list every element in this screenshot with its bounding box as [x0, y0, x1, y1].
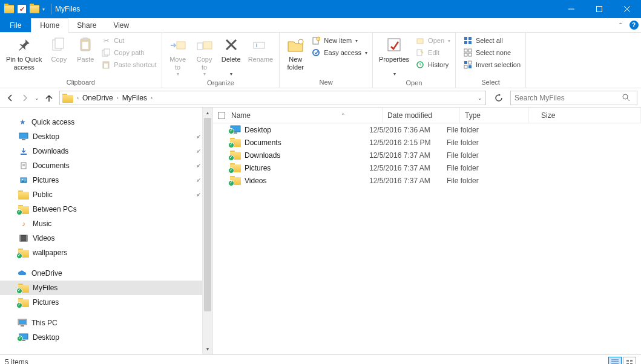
tree-scrollbar[interactable]: ▴ ▾: [202, 108, 212, 354]
easy-access-button[interactable]: Easy access▾: [309, 47, 370, 58]
qat-properties-icon[interactable]: ✔: [18, 5, 26, 13]
select-none-button[interactable]: Select none: [461, 47, 523, 58]
chevron-right-icon[interactable]: ›: [114, 95, 121, 101]
scissors-icon: ✂: [101, 36, 111, 45]
scroll-thumb[interactable]: [204, 118, 211, 311]
tree-public[interactable]: Public: [0, 187, 212, 202]
qat-folder-icon[interactable]: [4, 5, 14, 13]
file-type: File folder: [447, 126, 516, 134]
tree-od-pictures[interactable]: Pictures: [0, 295, 212, 310]
history-button[interactable]: History: [413, 59, 453, 70]
tree-pictures[interactable]: Pictures: [0, 173, 212, 187]
up-button[interactable]: [42, 91, 56, 105]
maximize-button[interactable]: [585, 0, 613, 18]
chevron-down-icon: ▾: [230, 71, 232, 77]
recent-locations-button[interactable]: ⌄: [33, 91, 41, 105]
tab-view[interactable]: View: [105, 18, 137, 32]
tree-this-pc[interactable]: This PC: [0, 316, 212, 330]
file-row[interactable]: Pictures12/5/2016 7:37 AMFile folder: [213, 161, 641, 174]
refresh-button[interactable]: [491, 91, 507, 105]
pin-to-quick-access-button[interactable]: Pin to Quickaccess: [2, 34, 45, 73]
address-bar[interactable]: › OneDrive › MyFiles › ⌄: [59, 91, 486, 105]
qat-customize-icon[interactable]: ▾: [42, 7, 45, 12]
history-icon: [415, 60, 425, 70]
tree-quick-access[interactable]: ★Quick access: [0, 115, 212, 129]
paste-shortcut-button[interactable]: Paste shortcut: [99, 59, 159, 70]
chevron-right-icon[interactable]: ›: [74, 95, 81, 101]
paste-button[interactable]: Paste: [72, 34, 99, 73]
column-name[interactable]: Name⌃: [226, 108, 383, 123]
copy-to-button[interactable]: Copyto▾: [191, 34, 218, 78]
svg-point-23: [313, 50, 319, 56]
tree-documents[interactable]: Documents: [0, 158, 212, 173]
select-all-button[interactable]: Select all: [461, 35, 523, 46]
properties-button[interactable]: Properties▾: [375, 34, 413, 78]
svg-rect-7: [83, 37, 88, 40]
breadcrumb-myfiles[interactable]: MyFiles: [121, 94, 148, 102]
svg-rect-34: [464, 53, 467, 56]
folder-sync-icon: [230, 125, 241, 135]
move-to-button[interactable]: Moveto▾: [165, 34, 191, 78]
tree-music[interactable]: ♪Music: [0, 216, 212, 231]
tab-file[interactable]: File: [0, 18, 31, 32]
minimize-button[interactable]: [557, 0, 585, 18]
tab-home[interactable]: Home: [31, 18, 68, 33]
select-all-checkbox[interactable]: [218, 112, 225, 119]
breadcrumb-onedrive[interactable]: OneDrive: [81, 94, 114, 102]
qat-newfolder-icon[interactable]: [30, 5, 39, 13]
chevron-right-icon[interactable]: ›: [148, 95, 155, 101]
delete-button[interactable]: Delete▾: [218, 34, 245, 78]
tree-wallpapers[interactable]: wallpapers: [0, 245, 212, 260]
new-item-button[interactable]: New item▾: [309, 35, 370, 46]
invert-selection-icon: [463, 60, 473, 70]
edit-button[interactable]: Edit: [413, 47, 453, 58]
rename-icon: [251, 35, 270, 54]
tree-between-pcs[interactable]: Between PCs: [0, 202, 212, 216]
address-dropdown-icon[interactable]: ⌄: [475, 95, 485, 101]
tab-share[interactable]: Share: [68, 18, 105, 32]
help-button[interactable]: ?: [626, 18, 641, 32]
large-icons-view-button[interactable]: [623, 357, 636, 365]
copy-button[interactable]: Copy: [45, 34, 72, 73]
scroll-up-icon[interactable]: ▴: [203, 108, 212, 118]
svg-rect-36: [464, 61, 467, 64]
folder-sync-icon: [18, 248, 29, 258]
file-row[interactable]: Desktop12/5/2016 7:36 AMFile folder: [213, 123, 641, 136]
folder-sync-icon: [18, 283, 29, 293]
ribbon-collapse-icon[interactable]: ⌃: [614, 18, 626, 32]
forward-button[interactable]: [18, 91, 31, 105]
column-type[interactable]: Type: [460, 108, 529, 123]
chevron-down-icon: ▾: [203, 71, 206, 77]
copy-path-button[interactable]: Copy path: [99, 47, 159, 58]
new-folder-button[interactable]: Newfolder: [282, 34, 309, 73]
file-row[interactable]: Videos12/5/2016 7:37 AMFile folder: [213, 174, 641, 187]
column-date[interactable]: Date modified: [383, 108, 460, 123]
search-box[interactable]: [510, 91, 637, 105]
tree-pc-desktop[interactable]: Desktop: [0, 330, 212, 345]
file-row[interactable]: Documents12/5/2016 2:15 PMFile folder: [213, 136, 641, 149]
file-row[interactable]: Downloads12/5/2016 7:37 AMFile folder: [213, 149, 641, 161]
chevron-down-icon: ▾: [393, 71, 396, 77]
tree-downloads[interactable]: Downloads: [0, 144, 212, 158]
invert-selection-button[interactable]: Invert selection: [461, 59, 523, 70]
rename-button[interactable]: Rename: [245, 34, 277, 73]
back-button[interactable]: [4, 91, 17, 105]
svg-rect-5: [55, 38, 64, 48]
tree-desktop[interactable]: Desktop: [0, 129, 212, 144]
details-view-button[interactable]: [608, 357, 622, 365]
star-icon: ★: [17, 117, 28, 127]
search-icon[interactable]: [622, 94, 637, 102]
pin-icon: [196, 148, 202, 154]
cut-button[interactable]: ✂Cut: [99, 35, 159, 46]
close-button[interactable]: [613, 0, 641, 18]
search-input[interactable]: [511, 94, 622, 102]
scroll-down-icon[interactable]: ▾: [203, 344, 212, 354]
tree-videos[interactable]: Videos: [0, 231, 212, 245]
tree-onedrive[interactable]: OneDrive: [0, 266, 212, 281]
tree-myfiles[interactable]: MyFiles: [0, 281, 212, 295]
chevron-down-icon: ▾: [365, 50, 367, 56]
desktop-sync-icon: [18, 333, 29, 342]
column-size[interactable]: Size: [529, 108, 641, 123]
open-button[interactable]: Open▾: [413, 35, 453, 46]
file-type: File folder: [447, 138, 516, 147]
